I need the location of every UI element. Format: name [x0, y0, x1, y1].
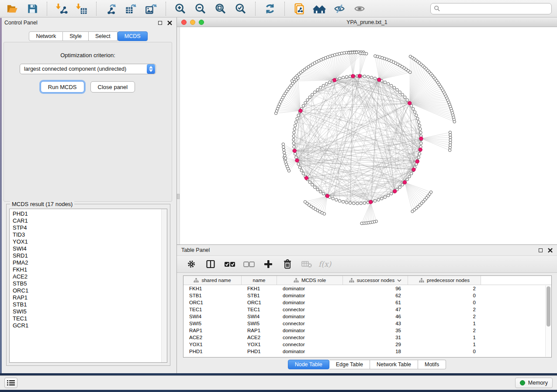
network-hub-node[interactable]: [325, 194, 329, 198]
tab-select[interactable]: Select: [89, 31, 118, 41]
network-hub-node[interactable]: [299, 109, 302, 113]
network-node[interactable]: [338, 77, 341, 80]
network-node[interactable]: [390, 84, 392, 87]
network-node[interactable]: [418, 124, 421, 127]
table-row[interactable]: YOX1YOX1connector291: [183, 341, 551, 348]
table-scroll-thumb[interactable]: [547, 286, 550, 327]
task-history-list-icon[interactable]: [4, 378, 17, 388]
network-node[interactable]: [335, 199, 338, 201]
memory-button[interactable]: Memory: [515, 378, 553, 388]
apply-function-fx-icon[interactable]: f(x): [318, 260, 331, 268]
network-hub-node[interactable]: [412, 168, 415, 171]
network-node[interactable]: [419, 127, 422, 130]
network-node[interactable]: [374, 77, 376, 80]
network-node[interactable]: [401, 93, 404, 96]
network-node[interactable]: [370, 76, 373, 79]
network-node[interactable]: [406, 99, 408, 101]
network-node[interactable]: [419, 131, 422, 134]
table-tab-network-table[interactable]: Network Table: [370, 360, 418, 369]
network-leaf-node[interactable]: [355, 51, 358, 54]
network-leaf-node[interactable]: [453, 120, 456, 123]
mcds-result-node[interactable]: PMA2: [13, 259, 161, 266]
network-node[interactable]: [297, 163, 300, 165]
search-input[interactable]: [440, 4, 548, 13]
mcds-result-node[interactable]: STP4: [13, 224, 161, 231]
network-leaf-node[interactable]: [360, 222, 363, 225]
network-node[interactable]: [306, 99, 309, 101]
table-row[interactable]: SWI5SWI5connector431: [183, 320, 551, 327]
table-tab-motifs[interactable]: Motifs: [418, 360, 446, 369]
export-network-icon[interactable]: [104, 2, 118, 16]
zoom-fit-icon[interactable]: [214, 2, 228, 16]
float-table-panel-icon[interactable]: [539, 248, 543, 252]
network-node[interactable]: [410, 172, 412, 175]
network-node[interactable]: [418, 152, 421, 155]
float-window-icon[interactable]: [158, 21, 162, 25]
network-leaf-node[interactable]: [365, 52, 367, 55]
table-row[interactable]: RAP1RAP1dominator352: [183, 327, 551, 334]
add-column-icon[interactable]: [261, 257, 276, 271]
network-node[interactable]: [342, 76, 344, 79]
mcds-result-node[interactable]: PHD1: [13, 210, 161, 217]
import-network-icon[interactable]: [55, 2, 69, 16]
import-table-icon[interactable]: [75, 2, 89, 16]
network-node[interactable]: [413, 110, 416, 113]
mcds-result-node[interactable]: CAR1: [13, 217, 161, 224]
zoom-selected-icon[interactable]: [234, 2, 248, 16]
column-header-shared-name[interactable]: shared name: [183, 276, 242, 285]
network-node[interactable]: [322, 84, 325, 87]
network-node[interactable]: [342, 200, 344, 203]
refresh-view-icon[interactable]: [263, 2, 277, 16]
network-hub-node[interactable]: [419, 148, 422, 151]
network-hub-node[interactable]: [293, 149, 296, 152]
table-tab-node-table[interactable]: Node Table: [288, 360, 329, 369]
column-header-name[interactable]: name: [242, 276, 277, 285]
show-all-eye-icon[interactable]: [353, 2, 367, 16]
network-node[interactable]: [363, 75, 366, 78]
network-node[interactable]: [314, 91, 316, 93]
mcds-result-node[interactable]: TID3: [13, 231, 161, 238]
mcds-result-node[interactable]: ACE2: [13, 273, 161, 280]
tab-style[interactable]: Style: [63, 31, 89, 41]
network-node[interactable]: [374, 199, 376, 202]
network-node[interactable]: [302, 172, 304, 175]
network-node[interactable]: [314, 186, 316, 189]
network-node[interactable]: [308, 96, 311, 99]
hide-selected-eye-slash-icon[interactable]: [332, 2, 346, 16]
network-node[interactable]: [295, 156, 298, 158]
network-node[interactable]: [295, 120, 298, 123]
network-node[interactable]: [322, 192, 325, 195]
open-file-icon[interactable]: [5, 2, 19, 16]
network-node[interactable]: [396, 89, 398, 91]
network-canvas[interactable]: [177, 27, 557, 244]
columns-visibility-icon[interactable]: [203, 257, 218, 271]
network-node[interactable]: [298, 166, 301, 168]
zoom-in-icon[interactable]: [173, 2, 187, 16]
table-row[interactable]: PHD1PHD1dominator180: [183, 348, 551, 355]
network-hub-node[interactable]: [415, 160, 419, 163]
network-node[interactable]: [377, 199, 380, 201]
network-hub-node[interactable]: [419, 137, 423, 140]
zoom-out-icon[interactable]: [194, 2, 208, 16]
table-row[interactable]: STB1STB1dominator620: [183, 292, 551, 299]
network-node[interactable]: [319, 86, 322, 89]
mcds-result-node[interactable]: SWI4: [13, 245, 161, 252]
export-image-icon[interactable]: [144, 2, 158, 16]
column-header-MCDS-role[interactable]: MCDS role: [277, 276, 343, 285]
network-node[interactable]: [292, 142, 295, 144]
network-node[interactable]: [297, 114, 300, 117]
network-node[interactable]: [412, 107, 415, 110]
select-all-rows-icon[interactable]: [222, 257, 237, 271]
network-node[interactable]: [304, 101, 307, 104]
network-node[interactable]: [404, 96, 406, 99]
canvas-left-scrollbar[interactable]: [177, 27, 180, 244]
network-node[interactable]: [417, 120, 420, 123]
mcds-result-scrollbar[interactable]: [161, 209, 167, 362]
close-panel-button[interactable]: Close panel: [90, 81, 135, 93]
network-node[interactable]: [293, 127, 296, 130]
network-node[interactable]: [417, 156, 420, 158]
table-row[interactable]: ACE2ACE2connector311: [183, 334, 551, 341]
network-node[interactable]: [356, 202, 359, 205]
network-node[interactable]: [398, 186, 401, 189]
close-table-panel-icon[interactable]: [548, 248, 553, 253]
